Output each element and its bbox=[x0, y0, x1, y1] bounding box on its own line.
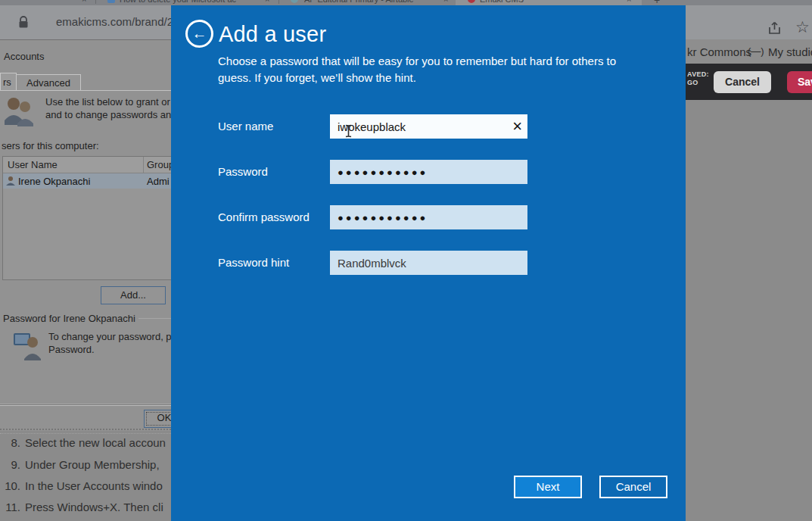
password-hint-field-wrap bbox=[330, 251, 527, 275]
partial-tab-close-icon[interactable]: × bbox=[82, 0, 86, 4]
column-user-name[interactable]: User Name bbox=[8, 159, 58, 170]
tab1-close-icon[interactable]: × bbox=[265, 0, 269, 4]
column-separator bbox=[143, 157, 144, 173]
tab-strip-inner: × How to delete your Microsoft ac × AP E… bbox=[0, 0, 812, 5]
tab2-favicon bbox=[291, 0, 298, 3]
username-field-wrap: × bbox=[330, 114, 527, 139]
share-icon[interactable] bbox=[767, 20, 783, 39]
change-password-text-line2: Password. bbox=[48, 344, 95, 355]
tab-divider bbox=[0, 90, 171, 91]
list-item: 8. Select the new local accoun bbox=[0, 436, 171, 451]
new-tab-button[interactable]: + bbox=[654, 0, 660, 5]
users-list-header: User Name Group bbox=[3, 157, 172, 173]
confirm-password-input[interactable] bbox=[330, 205, 527, 229]
users-list: User Name Group Irene Okpanachi Admi bbox=[2, 156, 172, 280]
password-hint-input[interactable] bbox=[330, 251, 527, 275]
back-button[interactable]: ← bbox=[185, 20, 213, 48]
tab-title[interactable]: AP Editorial Primary - Airtable bbox=[304, 0, 437, 4]
commons-link[interactable]: kr Commons bbox=[687, 45, 751, 58]
step-text: Press Windows+X. Then cli bbox=[25, 501, 163, 513]
add-user-button[interactable]: Add... bbox=[101, 286, 166, 304]
text-cursor-icon bbox=[344, 124, 353, 141]
step-text: Select the new local accoun bbox=[25, 436, 166, 449]
user-icon bbox=[5, 176, 16, 189]
password-field-wrap bbox=[330, 160, 527, 184]
list-item: 9. Under Group Membership, bbox=[0, 458, 171, 473]
list-item: 10. In the User Accounts windo bbox=[0, 479, 171, 494]
password-label: Password bbox=[218, 160, 268, 184]
site-header: kr Commons (—) My studio bbox=[686, 39, 812, 64]
tab-separator bbox=[278, 0, 279, 4]
dialog-title: Add a user bbox=[219, 22, 326, 47]
username-input[interactable] bbox=[330, 114, 527, 139]
lock-icon bbox=[18, 16, 29, 32]
add-user-dialog: ← Add a user Choose a password that will… bbox=[171, 5, 686, 521]
user-row-selected[interactable]: Irene Okpanachi Admi bbox=[3, 173, 172, 189]
save-button[interactable]: Save bbox=[787, 71, 812, 93]
tab-title[interactable]: Emaki CMS bbox=[480, 0, 524, 4]
username-label: User name bbox=[218, 114, 273, 139]
tab3-close-icon[interactable]: × bbox=[627, 0, 631, 4]
last-saved-text: AVED: bbox=[687, 70, 709, 78]
step-number: 10. bbox=[0, 479, 20, 492]
step-text: Under Group Membership, bbox=[25, 458, 160, 471]
tab-advanced[interactable]: Advanced bbox=[16, 74, 81, 91]
password-hint-label: Password hint bbox=[218, 251, 289, 275]
tab2-close-icon[interactable]: × bbox=[443, 0, 448, 4]
back-arrow-icon: ← bbox=[192, 25, 207, 42]
tab1-favicon bbox=[107, 0, 115, 3]
user-accounts-dialog: Accounts rs Advanced Use the list below … bbox=[0, 39, 171, 431]
password-input[interactable] bbox=[330, 160, 527, 184]
list-item: 11. Press Windows+X. Then cli bbox=[0, 501, 171, 516]
my-studio-link[interactable]: My studio bbox=[768, 45, 812, 58]
user-row-group: Admi bbox=[147, 176, 170, 187]
users-list-label: sers for this computer: bbox=[2, 140, 99, 151]
step-number: 11. bbox=[0, 501, 20, 513]
tab-users[interactable]: rs bbox=[0, 73, 17, 91]
screen: × How to delete your Microsoft ac × AP E… bbox=[0, 0, 812, 521]
confirm-password-field-wrap bbox=[330, 205, 527, 229]
cancel-button[interactable]: Cancel bbox=[599, 476, 667, 498]
tab-title[interactable]: How to delete your Microsoft ac bbox=[120, 0, 260, 4]
user-row-name: Irene Okpanachi bbox=[18, 176, 90, 187]
step-text: In the User Accounts windo bbox=[25, 479, 163, 492]
cancel-button[interactable]: Cancel bbox=[714, 71, 771, 93]
step-number: 9. bbox=[0, 458, 20, 471]
bookmark-star-icon[interactable]: ☆ bbox=[795, 18, 810, 36]
step-number: 8. bbox=[0, 436, 20, 449]
page-dotted-divider bbox=[0, 429, 171, 434]
users-group-icon bbox=[2, 95, 36, 132]
tab-separator bbox=[95, 0, 96, 4]
browser-tab-strip: × How to delete your Microsoft ac × AP E… bbox=[0, 0, 812, 5]
dialog-subtitle: Choose a password that will be easy for … bbox=[218, 53, 639, 86]
clear-input-icon[interactable]: × bbox=[512, 116, 522, 137]
password-groupbox-title: Password for Irene Okpanachi bbox=[0, 313, 138, 324]
column-group[interactable]: Group bbox=[147, 159, 174, 170]
save-bar: AVED: GO Cancel Save bbox=[686, 64, 812, 100]
my-studio-icon: (—) bbox=[748, 45, 764, 57]
change-password-icon bbox=[12, 330, 44, 363]
next-button[interactable]: Next bbox=[514, 476, 582, 498]
last-saved-ago-text: GO bbox=[687, 79, 698, 86]
confirm-password-label: Confirm password bbox=[218, 205, 310, 229]
footer-divider-light bbox=[0, 405, 171, 406]
dialog-title: Accounts bbox=[4, 51, 44, 62]
